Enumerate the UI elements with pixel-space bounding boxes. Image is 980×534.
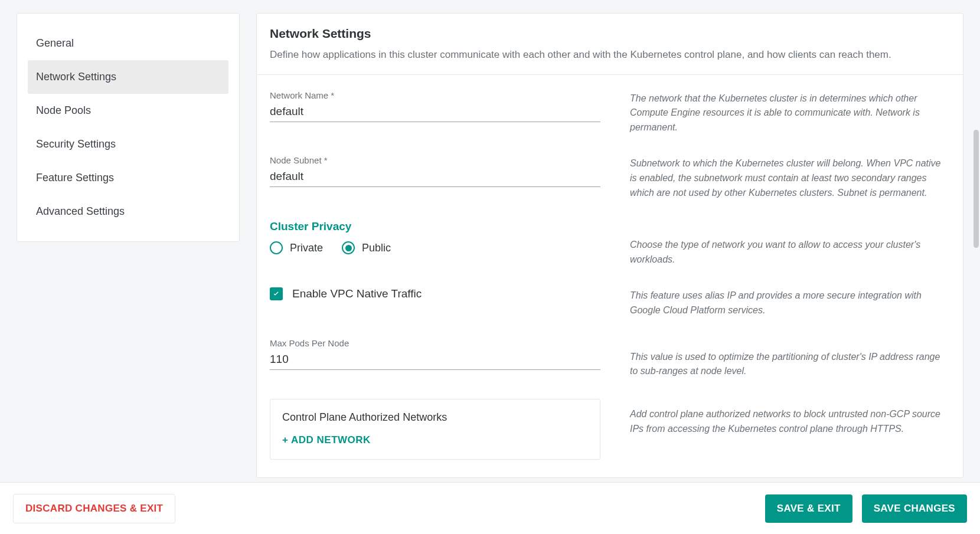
sidebar-item-advanced-settings[interactable]: Advanced Settings — [28, 195, 228, 228]
authorized-networks-card: Control Plane Authorized Networks + ADD … — [270, 399, 600, 460]
row-node-subnet: Node Subnet * Subnetwork to which the Ku… — [270, 155, 950, 200]
card-title: Network Settings — [270, 27, 950, 41]
save-changes-button[interactable]: SAVE CHANGES — [862, 494, 967, 523]
radio-label: Private — [290, 242, 323, 254]
node-subnet-input[interactable] — [270, 168, 600, 187]
authorized-networks-help: Add control plane authorized networks to… — [630, 399, 950, 460]
sidebar-item-node-pools[interactable]: Node Pools — [28, 94, 228, 127]
sidebar-item-label: Network Settings — [36, 71, 116, 83]
network-name-help: The network that the Kubernetes cluster … — [630, 90, 950, 135]
sidebar-item-label: General — [36, 37, 74, 49]
network-settings-card: Network Settings Define how applications… — [256, 13, 963, 478]
footer-bar: DISCARD CHANGES & EXIT SAVE & EXIT SAVE … — [0, 482, 980, 534]
max-pods-help: This value is used to optimize the parti… — [630, 338, 950, 379]
network-name-input[interactable] — [270, 103, 600, 122]
max-pods-input[interactable] — [270, 350, 600, 370]
page-root: General Network Settings Node Pools Secu… — [0, 0, 980, 534]
button-label: SAVE & EXIT — [777, 503, 841, 514]
radio-label: Public — [362, 242, 391, 254]
sidebar-item-general[interactable]: General — [28, 27, 228, 60]
sidebar-item-security-settings[interactable]: Security Settings — [28, 127, 228, 161]
checkbox-label: Enable VPC Native Traffic — [292, 287, 422, 300]
row-authorized-networks: Control Plane Authorized Networks + ADD … — [270, 399, 950, 460]
card-description: Define how applications in this cluster … — [270, 48, 950, 63]
cluster-privacy-heading: Cluster Privacy — [270, 220, 600, 233]
node-subnet-help: Subnetwork to which the Kubernetes clust… — [630, 155, 950, 200]
content-wrapper: General Network Settings Node Pools Secu… — [0, 0, 980, 482]
network-name-label: Network Name * — [270, 90, 600, 100]
cluster-privacy-help: Choose the type of network you want to a… — [630, 220, 950, 267]
row-max-pods: Max Pods Per Node This value is used to … — [270, 338, 950, 379]
row-cluster-privacy: Cluster Privacy Private Public — [270, 220, 950, 267]
authorized-networks-title: Control Plane Authorized Networks — [282, 411, 588, 424]
radio-icon — [342, 241, 355, 254]
sidebar-item-feature-settings[interactable]: Feature Settings — [28, 161, 228, 195]
card-header: Network Settings Define how applications… — [257, 14, 963, 75]
main-column: Network Settings Define how applications… — [256, 13, 963, 482]
button-label: DISCARD CHANGES & EXIT — [25, 503, 163, 514]
card-body: Network Name * The network that the Kube… — [257, 75, 963, 478]
add-network-button[interactable]: + ADD NETWORK — [282, 434, 371, 446]
checkbox-icon — [270, 287, 283, 300]
vpc-native-help: This feature uses alias IP and provides … — [630, 287, 950, 318]
max-pods-label: Max Pods Per Node — [270, 338, 600, 348]
sidebar-item-network-settings[interactable]: Network Settings — [28, 60, 228, 94]
sidebar-item-label: Node Pools — [36, 104, 91, 116]
privacy-public-radio[interactable]: Public — [342, 241, 391, 254]
sidebar-item-label: Security Settings — [36, 138, 116, 150]
discard-button[interactable]: DISCARD CHANGES & EXIT — [13, 494, 175, 523]
sidebar-item-label: Feature Settings — [36, 172, 114, 184]
privacy-radio-group: Private Public — [270, 241, 600, 254]
save-exit-button[interactable]: SAVE & EXIT — [765, 494, 852, 523]
sidebar-item-label: Advanced Settings — [36, 205, 125, 217]
row-network-name: Network Name * The network that the Kube… — [270, 90, 950, 135]
node-subnet-label: Node Subnet * — [270, 155, 600, 165]
button-label: SAVE CHANGES — [874, 503, 955, 514]
vpc-native-checkbox[interactable]: Enable VPC Native Traffic — [270, 287, 600, 300]
row-vpc-native: Enable VPC Native Traffic This feature u… — [270, 287, 950, 318]
settings-sidebar: General Network Settings Node Pools Secu… — [17, 13, 240, 242]
footer-right-group: SAVE & EXIT SAVE CHANGES — [765, 494, 967, 523]
scrollbar-thumb[interactable] — [974, 130, 979, 248]
radio-icon — [270, 241, 283, 254]
add-network-label: + ADD NETWORK — [282, 434, 371, 446]
privacy-private-radio[interactable]: Private — [270, 241, 323, 254]
